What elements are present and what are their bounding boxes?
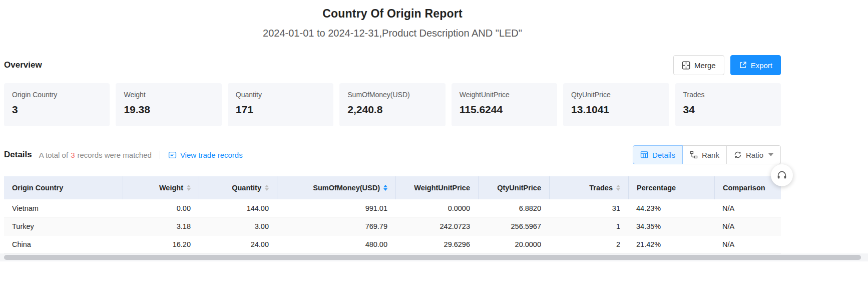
stat-label: Quantity	[236, 91, 325, 99]
column-label: Weight	[159, 184, 183, 192]
column-header-sum-of-money[interactable]: SumOfMoney(USD)	[277, 176, 395, 199]
column-label: WeightUnitPrice	[414, 184, 470, 192]
vertical-divider	[160, 151, 160, 159]
toggle-rank-label: Rank	[702, 151, 719, 159]
sort-control-sum-of-money[interactable]	[383, 185, 387, 191]
report-page: Country Of Origin Report 2024-01-01 to 2…	[4, 0, 781, 253]
column-header-percentage: Percentage	[628, 176, 714, 199]
table-cell: 0.0000	[395, 199, 478, 217]
table-cell: 3.00	[199, 217, 277, 235]
table-cell: N/A	[714, 199, 781, 217]
table-cell: Vietnam	[4, 199, 123, 217]
merge-button-label: Merge	[694, 61, 716, 70]
matched-prefix: A total of	[39, 151, 68, 159]
matched-suffix: records were matched	[77, 151, 151, 159]
details-bar: Details A total of3records were matched …	[4, 145, 781, 164]
table-cell: 29.6296	[395, 235, 478, 253]
stat-value: 34	[683, 104, 773, 116]
stat-label: Weight	[124, 91, 213, 99]
sort-control-quantity[interactable]	[265, 185, 269, 191]
overview-actions: Merge Export	[673, 55, 781, 75]
headset-icon	[776, 170, 787, 181]
stat-value: 13.1041	[571, 104, 661, 116]
overview-bar: Overview Merge	[4, 55, 781, 75]
table-cell: 0.00	[123, 199, 199, 217]
merge-button[interactable]: Merge	[673, 55, 724, 75]
view-trade-records-label: View trade records	[180, 151, 243, 159]
stat-label: Origin Country	[12, 91, 102, 99]
stat-value: 3	[12, 104, 102, 116]
table-row-china: China 16.20 24.00 480.00 29.6296 20.0000…	[4, 235, 781, 253]
records-matched-text: A total of3records were matched	[39, 151, 152, 159]
table-cell: 242.0723	[395, 217, 478, 235]
stat-card-weight: Weight 19.38	[116, 83, 221, 126]
column-label: Origin Country	[12, 184, 63, 192]
column-label: Trades	[589, 184, 613, 192]
table-cell: 144.00	[199, 199, 277, 217]
table-cell: 769.79	[277, 217, 395, 235]
table-cell: 1	[549, 217, 628, 235]
overview-stat-cards: Origin Country 3 Weight 19.38 Quantity 1…	[4, 83, 781, 126]
stat-value: 171	[236, 104, 325, 116]
horizontal-scrollbar-thumb[interactable]	[4, 255, 861, 260]
merge-icon	[682, 61, 690, 70]
matched-count: 3	[71, 151, 75, 159]
column-header-quantity[interactable]: Quantity	[199, 176, 277, 199]
table-cell: 256.5967	[478, 217, 549, 235]
toggle-details[interactable]: Details	[633, 145, 683, 164]
stat-card-weight-unit-price: WeightUnitPrice 115.6244	[452, 83, 557, 126]
table-cell: 3.18	[123, 217, 199, 235]
table-header: Origin Country Weight Quantity SumOfMone…	[4, 176, 781, 199]
origin-country-table: Origin Country Weight Quantity SumOfMone…	[4, 176, 781, 253]
details-grid-icon	[640, 151, 648, 159]
column-label: Percentage	[637, 184, 676, 192]
stat-value: 19.38	[124, 104, 213, 116]
toggle-details-label: Details	[652, 151, 675, 159]
table-cell: N/A	[714, 235, 781, 253]
table-cell: 16.20	[123, 235, 199, 253]
stat-card-origin-country: Origin Country 3	[4, 83, 110, 126]
table-cell: N/A	[714, 217, 781, 235]
table-cell: 31	[549, 199, 628, 217]
horizontal-scrollbar-track[interactable]	[0, 253, 868, 261]
support-float-button[interactable]	[771, 164, 793, 186]
column-header-trades[interactable]: Trades	[549, 176, 628, 199]
table-cell: China	[4, 235, 123, 253]
table-cell: 44.23%	[628, 199, 714, 217]
table-cell: 21.42%	[628, 235, 714, 253]
table-cell: 991.01	[277, 199, 395, 217]
stat-card-qty-unit-price: QtyUnitPrice 13.1041	[563, 83, 669, 126]
stat-card-trades: Trades 34	[675, 83, 781, 126]
column-header-comparison: Comparison	[714, 176, 781, 199]
sort-control-weight[interactable]	[187, 185, 191, 191]
table-cell: 20.0000	[478, 235, 549, 253]
stat-value: 2,240.8	[347, 104, 437, 116]
toggle-rank[interactable]: Rank	[682, 145, 727, 164]
export-button-label: Export	[751, 61, 772, 70]
table-header-row: Origin Country Weight Quantity SumOfMone…	[4, 176, 781, 199]
column-header-weight[interactable]: Weight	[123, 176, 199, 199]
column-label: Comparison	[723, 184, 765, 192]
column-header-qty-unit-price: QtyUnitPrice	[478, 176, 549, 199]
export-button[interactable]: Export	[730, 55, 781, 75]
stat-value: 115.6244	[460, 104, 549, 116]
view-trade-records-link[interactable]: View trade records	[168, 151, 243, 159]
toggle-ratio[interactable]: Ratio	[726, 145, 781, 164]
stat-label: SumOfMoney(USD)	[347, 91, 437, 99]
page-subtitle: 2024-01-01 to 2024-12-31,Product Descrip…	[4, 28, 781, 39]
trade-records-icon	[168, 151, 177, 159]
sort-control-trades[interactable]	[616, 185, 620, 191]
ratio-sync-icon	[734, 151, 742, 159]
export-icon	[739, 61, 747, 69]
table-cell: 2	[549, 235, 628, 253]
overview-section-title: Overview	[4, 60, 42, 70]
table-row-vietnam: Vietnam 0.00 144.00 991.01 0.0000 6.8820…	[4, 199, 781, 217]
table-cell: 6.8820	[478, 199, 549, 217]
table-row-turkey: Turkey 3.18 3.00 769.79 242.0723 256.596…	[4, 217, 781, 235]
stat-card-sum-of-money: SumOfMoney(USD) 2,240.8	[339, 83, 445, 126]
stat-label: QtyUnitPrice	[571, 91, 661, 99]
stat-label: Trades	[683, 91, 773, 99]
page-title: Country Of Origin Report	[4, 0, 781, 21]
toggle-ratio-label: Ratio	[746, 151, 763, 159]
column-label: Quantity	[232, 184, 261, 192]
